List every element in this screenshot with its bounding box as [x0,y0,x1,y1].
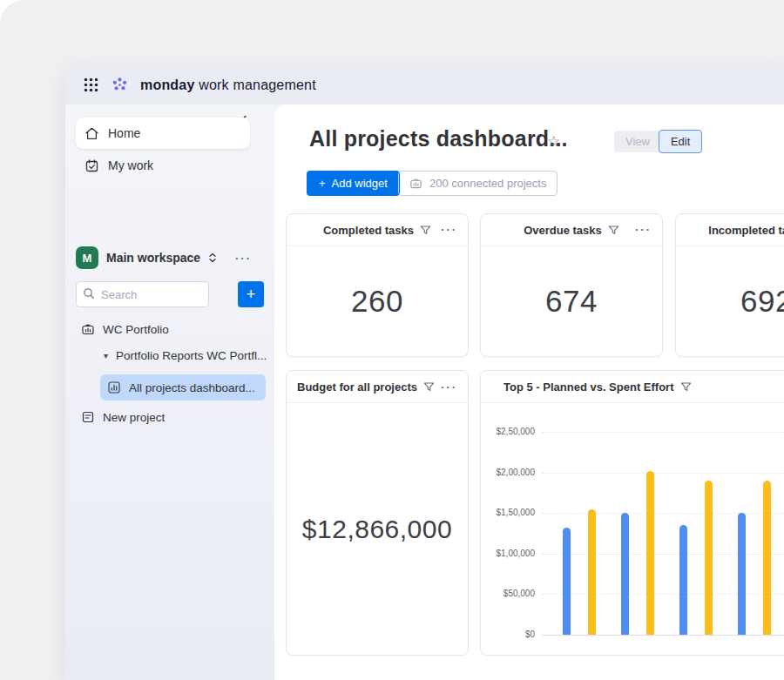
widget-title: Incompleted tasks [708,224,784,237]
chart-bar-planned-1 [563,528,571,635]
chart-bar-spent-1 [588,509,596,635]
widget-header: Overdue tasks ··· [481,214,662,246]
chart-gridline [542,554,784,555]
widget-budget: Budget for all projects ··· $12,866,000 [286,370,469,656]
widget-header: Budget for all projects ··· [287,371,468,403]
top-bar: monday work management [65,65,784,104]
chart-ytick-label: $0 [484,630,535,639]
add-widget-button[interactable]: + Add widget [307,171,400,196]
chart-bar-spent-3 [705,481,713,635]
workspace-avatar: M [76,246,98,269]
chart-gridline [542,594,784,595]
chart-gridline [542,635,784,636]
connected-projects-button[interactable]: 200 connected projects [398,171,558,196]
chart-ytick-label: $1,50,000 [484,508,535,517]
widget-title: Overdue tasks [524,224,602,237]
favorite-star-icon[interactable]: ☆ [547,132,560,151]
chart-gridline [542,473,784,474]
chart-ytick-label: $2,50,000 [484,427,535,436]
sidebar-item-home[interactable]: Home [76,118,250,149]
widget-header: Top 5 - Planned vs. Spent Effort [481,371,784,403]
sidebar: Home My work M Main workspace ··· + [65,104,274,680]
chart-bar-spent-4 [763,481,771,635]
chevron-updown-icon[interactable] [208,252,217,264]
chart-gridline [542,432,784,433]
brand-bold: monday [140,77,195,92]
widget-completed-tasks: Completed tasks ··· 260 [286,213,469,357]
workspace-name: Main workspace [106,251,200,265]
edit-button[interactable]: Edit [659,130,702,153]
plus-icon: + [319,177,326,190]
sidebar-item-portfolio-reports[interactable]: ▾ Portfolio Reports WC Portfl... [104,349,267,362]
workspace-menu-icon[interactable]: ··· [235,252,252,265]
portfolio-icon [409,177,422,190]
portfolio-icon [81,322,95,336]
widget-value: 692 [676,246,784,356]
chart-bar-spent-2 [646,471,654,635]
widget-incompleted-tasks: Incompleted tasks 692 [675,213,784,357]
chart-ytick-label: $2,00,000 [484,468,535,477]
sidebar-item-all-projects-dashboard[interactable]: All projects dashboard... [100,374,266,401]
brand-light: work management [199,77,316,92]
calendar-check-icon [84,158,99,173]
add-widget-label: Add widget [332,177,388,190]
widget-title: Top 5 - Planned vs. Spent Effort [504,380,674,394]
widget-overdue-tasks: Overdue tasks ··· 674 [480,213,663,357]
filter-icon[interactable] [680,381,692,393]
widget-menu-icon[interactable]: ··· [441,380,457,394]
chart-bar-planned-4 [738,513,746,635]
bar-chart-icon [107,380,121,394]
filter-icon[interactable] [423,381,435,393]
main-content: All projects dashboard... ☆ View Edit + … [274,104,784,680]
sidebar-item-label: My work [108,158,153,172]
widget-effort-chart: Top 5 - Planned vs. Spent Effort $0$50,0… [480,370,784,656]
chart-bar-planned-2 [621,513,629,635]
view-edit-toggle: View Edit [614,130,702,153]
widget-menu-icon[interactable]: ··· [441,223,457,236]
sidebar-search-row: + [76,281,264,307]
add-item-button[interactable]: + [238,281,264,307]
app-grid-icon[interactable] [83,77,99,93]
home-icon [84,126,99,141]
filter-icon[interactable] [608,225,619,236]
chart-ytick-label: $50,000 [484,589,535,598]
sidebar-item-wc-portfolio[interactable]: WC Portfolio [81,322,169,336]
widget-header: Incompleted tasks [676,214,784,246]
search-input[interactable] [76,281,209,307]
sidebar-item-my-work[interactable]: My work [76,150,250,181]
sidebar-item-label: Home [108,126,140,140]
widget-value: 674 [481,246,662,356]
monday-logo-icon [111,77,129,94]
board-icon [81,410,95,424]
chart-ytick-label: $1,00,000 [484,549,535,558]
page-title: All projects dashboard... [309,126,568,151]
sidebar-item-new-project[interactable]: New project [81,410,165,424]
sidebar-item-label: All projects dashboard... [129,381,255,394]
widget-header: Completed tasks ··· [287,214,468,246]
effort-chart-plot: $0$50,000$1,00,000$1,50,000$2,00,000$2,5… [542,432,784,635]
chart-gridline [542,513,784,514]
search-box [76,281,232,307]
triangle-down-icon[interactable]: ▾ [104,351,108,360]
view-button[interactable]: View [614,131,661,152]
widget-title: Budget for all projects [297,380,417,394]
workspace-switcher[interactable]: M Main workspace ··· [76,244,264,272]
filter-icon[interactable] [420,225,431,236]
brand-title: monday work management [140,77,316,93]
app-window: monday work management Home My work M Ma… [65,65,784,680]
sidebar-item-label: New project [103,411,165,424]
connected-projects-label: 200 connected projects [429,177,546,190]
sidebar-item-label: WC Portfolio [103,323,169,336]
chart-bar-planned-3 [679,525,687,635]
widget-menu-icon[interactable]: ··· [635,223,652,236]
widget-title: Completed tasks [323,224,414,237]
widget-value: $12,866,000 [287,403,468,655]
widget-value: 260 [287,246,468,356]
sidebar-item-label: Portfolio Reports WC Portfl... [116,349,267,362]
search-icon [83,287,95,300]
